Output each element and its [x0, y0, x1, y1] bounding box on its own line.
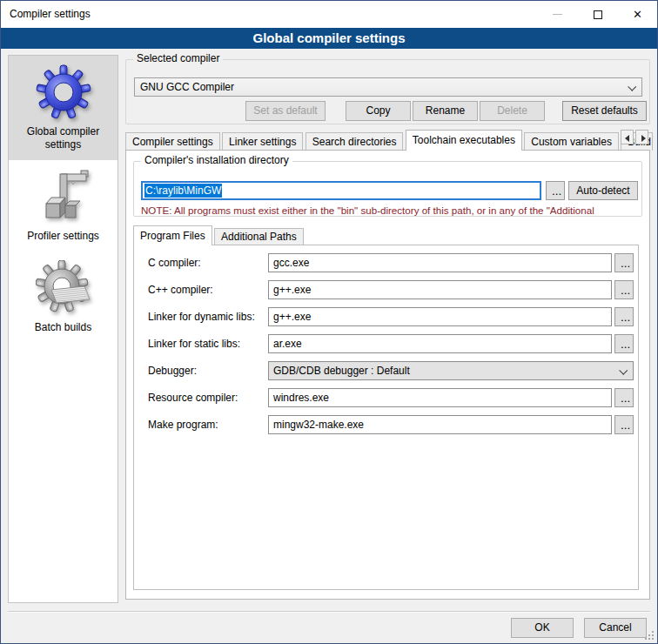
- cpp-compiler-label: C++ compiler:: [148, 280, 213, 299]
- debugger-row: Debugger: GDB/CDB debugger : Default: [134, 361, 638, 380]
- title-bar[interactable]: Compiler settings ✕: [1, 1, 657, 28]
- static-linker-input[interactable]: ar.exe: [268, 334, 612, 353]
- tab-compiler-settings[interactable]: Compiler settings: [125, 132, 220, 151]
- tab-toolchain-executables[interactable]: Toolchain executables: [406, 130, 522, 151]
- make-program-browse-button[interactable]: ...: [614, 415, 634, 434]
- compiler-settings-dialog: Compiler settings ✕ Global compiler sett…: [0, 0, 658, 644]
- selected-compiler-dropdown[interactable]: GNU GCC Compiler: [134, 77, 642, 97]
- static-linker-row: Linker for static libs: ar.exe ...: [134, 334, 638, 353]
- installation-directory-input[interactable]: C:\raylib\MinGW: [141, 181, 541, 200]
- arrow-left-icon: [625, 135, 629, 142]
- set-as-default-button[interactable]: Set as default: [245, 101, 326, 121]
- resource-compiler-input[interactable]: windres.exe: [268, 388, 612, 407]
- minimize-icon: [553, 14, 562, 15]
- chevron-down-icon: [619, 366, 628, 375]
- browse-directory-button[interactable]: ...: [546, 181, 565, 200]
- static-linker-label: Linker for static libs:: [148, 334, 240, 353]
- program-files-page: C compiler: gcc.exe ... C++ compiler: g+…: [133, 245, 639, 590]
- c-compiler-label: C compiler:: [148, 253, 201, 272]
- maximize-button[interactable]: [578, 1, 617, 28]
- tab-linker-settings[interactable]: Linker settings: [222, 132, 303, 151]
- sidebar-item-label: Profiler settings: [10, 230, 116, 243]
- resource-compiler-row: Resource compiler: windres.exe ...: [134, 388, 638, 407]
- compiler-buttons-row: Set as default Copy Rename Delete Reset …: [126, 101, 649, 121]
- ok-button[interactable]: OK: [511, 618, 574, 638]
- auto-detect-button[interactable]: Auto-detect: [568, 181, 638, 200]
- tab-scroll-arrows: [621, 130, 648, 147]
- resource-compiler-browse-button[interactable]: ...: [614, 388, 634, 407]
- caliper-icon: [36, 169, 91, 225]
- gray-gear-stack-icon: [36, 260, 91, 316]
- make-program-input[interactable]: mingw32-make.exe: [268, 415, 612, 434]
- note-text: NOTE: All programs must exist either in …: [141, 205, 643, 216]
- blue-gear-icon: [36, 64, 91, 120]
- c-compiler-browse-button[interactable]: ...: [614, 253, 634, 272]
- close-icon: ✕: [633, 9, 642, 20]
- c-compiler-row: C compiler: gcc.exe ...: [134, 253, 638, 272]
- installation-directory-group: Compiler's installation directory C:\ray…: [133, 161, 642, 217]
- dynamic-linker-browse-button[interactable]: ...: [614, 307, 634, 326]
- copy-button[interactable]: Copy: [346, 101, 411, 121]
- sidebar-item-global-compiler-settings[interactable]: Global compiler settings: [9, 56, 118, 160]
- settings-sidebar: Global compiler settings Profiler settin…: [8, 55, 118, 603]
- delete-button[interactable]: Delete: [480, 101, 545, 121]
- debugger-value: GDB/CDB debugger : Default: [273, 365, 410, 377]
- arrow-right-icon: [641, 135, 646, 142]
- cancel-button[interactable]: Cancel: [584, 618, 647, 638]
- make-program-row: Make program: mingw32-make.exe ...: [134, 415, 638, 434]
- sidebar-item-label: Global compiler settings: [10, 125, 116, 151]
- toolchain-executables-panel: Compiler's installation directory C:\ray…: [125, 150, 650, 600]
- tab-scroll-right-button[interactable]: [635, 130, 648, 144]
- sidebar-item-batch-builds[interactable]: Batch builds: [9, 252, 118, 343]
- debugger-dropdown[interactable]: GDB/CDB debugger : Default: [268, 361, 634, 380]
- window-title: Compiler settings: [10, 1, 91, 28]
- maximize-icon: [594, 10, 602, 19]
- installation-directory-group-label: Compiler's installation directory: [141, 154, 292, 166]
- cpp-compiler-input[interactable]: g++.exe: [268, 280, 612, 299]
- rename-button[interactable]: Rename: [413, 101, 478, 121]
- dynamic-linker-row: Linker for dynamic libs: g++.exe ...: [134, 307, 638, 326]
- resource-compiler-label: Resource compiler:: [148, 388, 238, 407]
- settings-tab-strip: Compiler settings Linker settings Search…: [125, 130, 650, 151]
- selected-compiler-group: Selected compiler GNU GCC Compiler Set a…: [125, 59, 650, 124]
- selected-compiler-value: GNU GCC Compiler: [140, 81, 234, 93]
- dynamic-linker-label: Linker for dynamic libs:: [148, 307, 255, 326]
- footer-divider: [8, 611, 650, 613]
- close-button[interactable]: ✕: [618, 1, 657, 28]
- page-title: Global compiler settings: [1, 28, 657, 49]
- toolchain-form: C compiler: gcc.exe ... C++ compiler: g+…: [134, 253, 638, 442]
- tab-additional-paths[interactable]: Additional Paths: [214, 228, 304, 245]
- cpp-compiler-row: C++ compiler: g++.exe ...: [134, 280, 638, 299]
- tab-scroll-left-button[interactable]: [621, 130, 634, 144]
- sidebar-item-label: Batch builds: [10, 321, 116, 334]
- resize-grip-icon[interactable]: [652, 638, 654, 640]
- chevron-down-icon: [628, 83, 636, 91]
- debugger-label: Debugger:: [148, 361, 197, 380]
- program-files-tab-strip: Program Files Additional Paths: [133, 225, 303, 245]
- cpp-compiler-browse-button[interactable]: ...: [614, 280, 634, 299]
- tab-program-files[interactable]: Program Files: [133, 225, 212, 245]
- tab-custom-variables[interactable]: Custom variables: [524, 132, 619, 151]
- c-compiler-input[interactable]: gcc.exe: [268, 253, 612, 272]
- dynamic-linker-input[interactable]: g++.exe: [268, 307, 612, 326]
- tab-search-directories[interactable]: Search directories: [306, 132, 404, 151]
- selected-compiler-group-label: Selected compiler: [133, 52, 223, 64]
- reset-defaults-button[interactable]: Reset defaults: [562, 101, 647, 121]
- sidebar-item-profiler-settings[interactable]: Profiler settings: [9, 160, 118, 252]
- minimize-button[interactable]: [538, 1, 577, 28]
- installation-directory-selected-text: C:\raylib\MinGW: [144, 184, 222, 198]
- static-linker-browse-button[interactable]: ...: [614, 334, 634, 353]
- make-program-label: Make program:: [148, 415, 218, 434]
